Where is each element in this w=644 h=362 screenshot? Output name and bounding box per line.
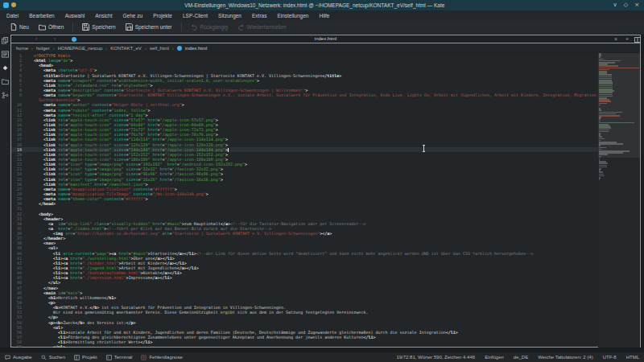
- -ffnen-button[interactable]: Öffnen: [34, 22, 68, 32]
- statusbar-toggle-projekt[interactable]: Projekt: [74, 355, 97, 360]
- filesystem-browser-icon[interactable]: [2, 78, 9, 85]
- menu-item-sitzungen[interactable]: Sitzungen: [218, 13, 242, 19]
- code-editor[interactable]: 1<!DOCTYPE html>2<html lang="de">3 <head…: [11, 53, 640, 348]
- save-icon: [82, 23, 89, 31]
- statusbar-toggle-ausgabe[interactable]: Ausgabe: [5, 355, 32, 360]
- tab-mode[interactable]: Weiche Tabulatoren: 2 (4): [538, 355, 592, 360]
- output-icon: [5, 355, 10, 360]
- breadcrumb-chevron-icon: ›: [31, 46, 33, 51]
- breadcrumb-segment-kontakt_ev[interactable]: KONTAKT_eV: [110, 46, 142, 51]
- undo-icon: [191, 23, 198, 31]
- breadcrumb: home›holger›HOMEPAGE_netcup›KONTAKT_eV›s…: [11, 43, 640, 53]
- left-toolview-strip: [0, 35, 10, 348]
- tab-index-html[interactable]: index.html: [11, 35, 640, 43]
- menu-item-extras[interactable]: Extras: [252, 13, 266, 19]
- toolbar-separator: [181, 23, 182, 31]
- close-button-icon[interactable]: ×: [634, 0, 639, 10]
- toolbar-button-label: Rückgängig: [200, 24, 228, 30]
- window-title: VM-Einstellungen_Windows10_Netzwerk: ind…: [16, 2, 613, 8]
- new-tab-icon[interactable]: +: [625, 35, 629, 43]
- fold-column: [24, 344, 34, 348]
- text-cursor-pointer: [422, 145, 426, 152]
- statusbar-toggle-label: Projekt: [82, 355, 97, 360]
- wiederherstellen-button[interactable]: Wiederherstellen: [233, 22, 291, 32]
- code-text: </ul>: [34, 344, 597, 348]
- diagnostics-icon: [141, 355, 147, 360]
- redo-icon: [237, 23, 245, 31]
- line-number: 59: [11, 344, 24, 348]
- project-icon: [74, 355, 80, 360]
- rückg-ngig-button[interactable]: Rückgängig: [186, 22, 233, 32]
- new-document-icon: [10, 23, 17, 31]
- speichern-button[interactable]: Speichern: [77, 22, 120, 32]
- statusbar-toggle-terminal[interactable]: Terminal: [106, 355, 133, 360]
- minimap-scrollbar[interactable]: [598, 53, 640, 348]
- status-bar: AusgabeSuchenProjektTerminalFehlerdiagno…: [0, 352, 644, 362]
- menu-item-auswahl[interactable]: Auswahl: [65, 13, 85, 19]
- split-view-icon[interactable]: [634, 37, 641, 43]
- kate-app-icon: [3, 2, 9, 8]
- minimap-viewport[interactable]: [598, 53, 640, 158]
- save-as-icon: [126, 23, 133, 31]
- kate-project-icon[interactable]: [2, 64, 9, 72]
- breadcrumb-chevron-icon: ›: [105, 46, 107, 51]
- breadcrumb-segment-home[interactable]: home: [16, 46, 28, 51]
- terminal-icon: [106, 355, 112, 360]
- breadcrumb-file[interactable]: index.html: [185, 46, 207, 51]
- breadcrumb-segment-homepage_netcup[interactable]: HOMEPAGE_netcup: [58, 46, 103, 51]
- breadcrumb-chevron-icon: ›: [145, 46, 147, 51]
- breadcrumb-segment-holger[interactable]: holger: [36, 46, 50, 51]
- view-space-frame: ‹ › index.html × + home›holger›HOMEPAGE_…: [10, 35, 641, 348]
- statusbar-toggle-label: Ausgabe: [13, 355, 32, 360]
- menu-item-ansicht[interactable]: Ansicht: [95, 13, 112, 19]
- toolbar-button-label: Öffnen: [48, 24, 64, 30]
- neu-button[interactable]: Neu: [5, 22, 34, 32]
- git-branch-icon[interactable]: [2, 92, 9, 99]
- breadcrumb-chevron-icon: ›: [53, 46, 55, 51]
- dictionary[interactable]: de_DE: [514, 355, 528, 360]
- menu-item-gehe-zu[interactable]: Gehe zu: [123, 13, 143, 19]
- search-icon: [41, 355, 47, 360]
- insert-mode[interactable]: Einfügen: [485, 355, 504, 360]
- statusbar-toggle-fehlerdiagnose[interactable]: Fehlerdiagnose: [141, 355, 182, 360]
- close-tab-icon[interactable]: ×: [614, 35, 617, 43]
- toolbar-button-label: Wiederherstellen: [247, 24, 287, 30]
- menu-item-datei[interactable]: Datei: [6, 13, 19, 19]
- statusbar-toggle-suchen[interactable]: Suchen: [41, 355, 65, 360]
- toolbar-button-label: Speichern: [92, 24, 115, 30]
- cursor-position-words-chars: 19/72:81, Wörter 590, Zeichen 4.446: [396, 355, 475, 360]
- html-file-icon: [177, 46, 182, 51]
- open-folder-icon: [39, 23, 46, 31]
- menu-item-bearbeiten[interactable]: Bearbeiten: [29, 13, 54, 19]
- title-bar: VM-Einstellungen_Windows10_Netzwerk: ind…: [0, 0, 644, 10]
- menu-item-hilfe[interactable]: Hilfe: [319, 13, 329, 19]
- encoding[interactable]: UTF-8: [603, 355, 617, 360]
- breadcrumb-chevron-icon: ›: [172, 46, 174, 51]
- syntax-mode[interactable]: HTML: [626, 355, 639, 360]
- speichern-unter-button[interactable]: Speichern unter: [121, 22, 177, 32]
- toolbar-separator: [72, 23, 73, 31]
- toolbar-button-label: Neu: [19, 24, 29, 30]
- documents-icon[interactable]: [2, 37, 9, 44]
- menu-item-projekte[interactable]: Projekte: [153, 13, 172, 19]
- statusbar-toggle-label: Terminal: [114, 355, 133, 360]
- statusbar-toggle-label: Fehlerdiagnose: [149, 355, 182, 360]
- breadcrumb-segment-self_html[interactable]: self_html: [150, 46, 169, 51]
- statusbar-toggle-label: Suchen: [49, 355, 65, 360]
- maximize-button-icon[interactable]: ◇: [624, 0, 628, 10]
- code-line[interactable]: 59 </ul>: [11, 344, 640, 348]
- tab-bar: ‹ › index.html × +: [11, 35, 640, 43]
- menu-item-lsp-client[interactable]: LSP-Client: [183, 13, 208, 19]
- document-list-icon[interactable]: [2, 51, 9, 58]
- toolbar-button-label: Speichern unter: [135, 24, 172, 30]
- toolbar: NeuÖffnenSpeichernSpeichern unterRückgän…: [0, 20, 644, 35]
- menu-item-einstellungen[interactable]: Einstellungen: [277, 13, 308, 19]
- menu-bar: DateiBearbeitenAuswahlAnsichtGehe zuProj…: [0, 10, 644, 20]
- minimize-button-icon[interactable]: ∨: [613, 0, 617, 10]
